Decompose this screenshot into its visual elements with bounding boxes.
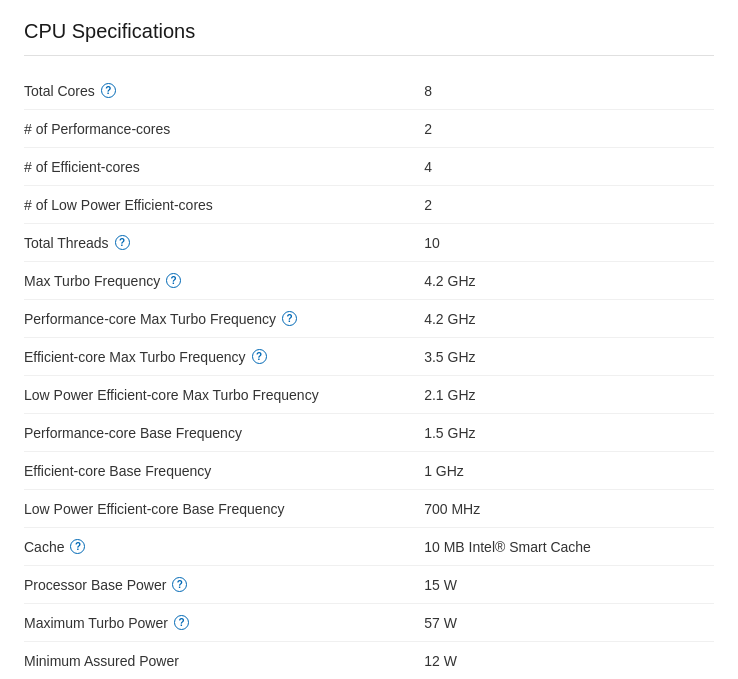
spec-value: 2 [424, 197, 714, 213]
spec-value: 57 W [424, 615, 714, 631]
table-row: Efficient-core Max Turbo Frequency?3.5 G… [24, 338, 714, 376]
table-row: Low Power Efficient-core Max Turbo Frequ… [24, 376, 714, 414]
info-icon[interactable]: ? [172, 577, 187, 592]
spec-value: 4 [424, 159, 714, 175]
spec-label: Low Power Efficient-core Base Frequency [24, 501, 424, 517]
spec-value: 8 [424, 83, 714, 99]
spec-label: Performance-core Base Frequency [24, 425, 424, 441]
info-icon[interactable]: ? [166, 273, 181, 288]
table-row: Total Threads?10 [24, 224, 714, 262]
spec-label: # of Low Power Efficient-cores [24, 197, 424, 213]
table-row: Total Cores?8 [24, 72, 714, 110]
spec-label: Cache? [24, 539, 424, 555]
spec-table: Total Cores?8# of Performance-cores2# of… [24, 72, 714, 679]
table-row: # of Efficient-cores4 [24, 148, 714, 186]
info-icon[interactable]: ? [101, 83, 116, 98]
spec-label: Maximum Turbo Power? [24, 615, 424, 631]
spec-value: 1.5 GHz [424, 425, 714, 441]
table-row: # of Low Power Efficient-cores2 [24, 186, 714, 224]
table-row: Cache?10 MB Intel® Smart Cache [24, 528, 714, 566]
table-row: # of Performance-cores2 [24, 110, 714, 148]
table-row: Max Turbo Frequency?4.2 GHz [24, 262, 714, 300]
table-row: Minimum Assured Power12 W [24, 642, 714, 679]
spec-label: Efficient-core Base Frequency [24, 463, 424, 479]
spec-label: # of Efficient-cores [24, 159, 424, 175]
spec-label: Processor Base Power? [24, 577, 424, 593]
table-row: Performance-core Max Turbo Frequency?4.2… [24, 300, 714, 338]
table-row: Maximum Turbo Power?57 W [24, 604, 714, 642]
info-icon[interactable]: ? [115, 235, 130, 250]
info-icon[interactable]: ? [252, 349, 267, 364]
spec-value: 4.2 GHz [424, 273, 714, 289]
info-icon[interactable]: ? [70, 539, 85, 554]
spec-value: 2.1 GHz [424, 387, 714, 403]
spec-value: 700 MHz [424, 501, 714, 517]
table-row: Performance-core Base Frequency1.5 GHz [24, 414, 714, 452]
table-row: Processor Base Power?15 W [24, 566, 714, 604]
spec-value: 10 MB Intel® Smart Cache [424, 539, 714, 555]
table-row: Efficient-core Base Frequency1 GHz [24, 452, 714, 490]
spec-label: Max Turbo Frequency? [24, 273, 424, 289]
info-icon[interactable]: ? [174, 615, 189, 630]
spec-label: Total Cores? [24, 83, 424, 99]
spec-label: Low Power Efficient-core Max Turbo Frequ… [24, 387, 424, 403]
spec-value: 2 [424, 121, 714, 137]
spec-value: 10 [424, 235, 714, 251]
spec-value: 15 W [424, 577, 714, 593]
spec-label: Performance-core Max Turbo Frequency? [24, 311, 424, 327]
info-icon[interactable]: ? [282, 311, 297, 326]
spec-value: 4.2 GHz [424, 311, 714, 327]
spec-label: # of Performance-cores [24, 121, 424, 137]
spec-value: 1 GHz [424, 463, 714, 479]
spec-value: 3.5 GHz [424, 349, 714, 365]
table-row: Low Power Efficient-core Base Frequency7… [24, 490, 714, 528]
spec-label: Minimum Assured Power [24, 653, 424, 669]
spec-label: Efficient-core Max Turbo Frequency? [24, 349, 424, 365]
spec-label: Total Threads? [24, 235, 424, 251]
spec-value: 12 W [424, 653, 714, 669]
page-title: CPU Specifications [24, 20, 714, 56]
